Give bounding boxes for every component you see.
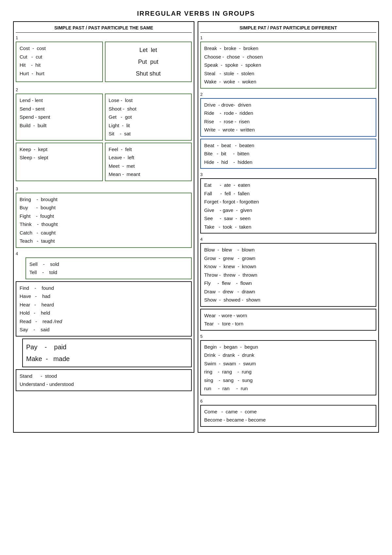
left-section-3: 3 Bring - brought Buy - bought Fight - f…: [16, 186, 192, 248]
left-sec4-num: 4: [16, 251, 192, 256]
left-sec2-box3: Keep - kept Sleep - slept: [16, 143, 103, 181]
left-section-2: 2 Lend - lent Send - sent Spend - spent …: [16, 87, 192, 183]
main-container: SIMPLE PAST / PAST PARTICIPLE THE SAME 1…: [13, 21, 379, 433]
right-section-6: 6 Come - came - come Become - became - b…: [200, 399, 376, 427]
left-sec4-box4: Stand - stood Understand - understood: [16, 369, 192, 391]
right-sec2-num: 2: [200, 92, 376, 97]
left-sec2-box2: Lose - lost Shoot - shot Get - got Light…: [105, 94, 192, 141]
right-sec4-num: 4: [200, 237, 376, 242]
right-col-header: SIMPLE PAT / PAST PARTICIPLE DIFFERENT: [200, 24, 376, 33]
left-section-1: 1 Cost - cost Cut - cut Hit - hit Hurt -…: [16, 35, 192, 84]
right-section-4: 4 Blow - blew - blown Grow - grew - grow…: [200, 237, 376, 331]
right-sec5-num: 5: [200, 334, 376, 339]
left-sec1-row: Cost - cost Cut - cut Hit - hit Hurt - h…: [16, 42, 192, 84]
right-sec2-box1: Drive - drove- driven Ride - rode - ridd…: [200, 98, 376, 137]
left-sec1-num: 1: [16, 35, 192, 40]
right-section-3: 3 Eat - ate - eaten Fall - fell - fallen…: [200, 172, 376, 234]
left-sec2-box4: Feel - felt Leave - left Meet - met Mean…: [105, 143, 192, 181]
right-sec5-box1: Begin - began - begun Drink - drank - dr…: [200, 340, 376, 395]
right-sec1-num: 1: [200, 35, 376, 40]
left-sec1-box1: Cost - cost Cut - cut Hit - hit Hurt - h…: [16, 42, 103, 82]
right-sec2-box2: Beat - beat - beaten Bite - bit - bitten…: [200, 139, 376, 169]
left-sec3-num: 3: [16, 186, 192, 191]
right-sec1-box1: Break - broke - broken Choose - chose - …: [200, 42, 376, 89]
left-sec4-box1: Sell - sold Tell - told: [25, 257, 192, 279]
left-sec4-box2: Find - found Have - had Hear - heard Hol…: [16, 281, 192, 337]
right-sec6-box1: Come - came - come Become - became - bec…: [200, 405, 376, 427]
left-sec2-row1: Lend - lent Send - sent Spend - spent Bu…: [16, 94, 192, 143]
left-sec2-row2: Keep - kept Sleep - slept Feel - felt Le…: [16, 143, 192, 183]
left-sec1-box2: Let let Put put Shut shut: [105, 42, 192, 82]
right-sec4-box2: Wear - wore - worn Tear - tore - torn: [200, 309, 376, 331]
left-sec4-box3: Pay - paid Make - made: [22, 338, 192, 367]
left-sec3-box1: Bring - brought Buy - bought Fight - fou…: [16, 193, 192, 248]
right-section-1: 1 Break - broke - broken Choose - chose …: [200, 35, 376, 89]
right-section-5: 5 Begin - began - begun Drink - drank - …: [200, 334, 376, 395]
left-column: SIMPLE PAST / PAST PARTICIPLE THE SAME 1…: [13, 21, 194, 433]
page-title: IRREGULAR VERBS IN GROUPS: [13, 10, 379, 17]
right-sec3-num: 3: [200, 172, 376, 177]
left-sec2-num: 2: [16, 87, 192, 92]
right-sec6-num: 6: [200, 399, 376, 404]
right-sec3-box1: Eat - ate - eaten Fall - fell - fallen F…: [200, 178, 376, 234]
left-col-header: SIMPLE PAST / PAST PARTICIPLE THE SAME: [16, 24, 192, 33]
right-column: SIMPLE PAT / PAST PARTICIPLE DIFFERENT 1…: [198, 21, 379, 433]
left-sec2-box1: Lend - lent Send - sent Spend - spent Bu…: [16, 94, 103, 141]
right-section-2: 2 Drive - drove- driven Ride - rode - ri…: [200, 92, 376, 169]
left-section-4: 4 Sell - sold Tell - told Find - found H…: [16, 251, 192, 391]
right-sec4-box1: Blow - blew - blown Grow - grew - grown …: [200, 243, 376, 307]
